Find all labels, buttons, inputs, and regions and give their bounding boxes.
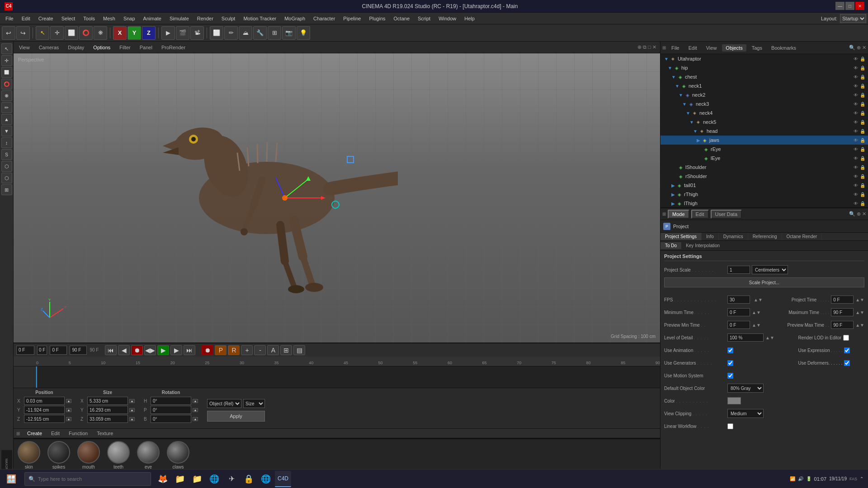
menu-tools[interactable]: Tools <box>80 15 99 22</box>
cube-icon[interactable]: ⬜ <box>210 26 223 40</box>
light-icon[interactable]: 💡 <box>297 26 310 40</box>
mat-tab-texture[interactable]: Texture <box>95 430 115 437</box>
tree-expand-rthigh[interactable]: ▶ <box>671 192 675 197</box>
menu-help[interactable]: Help <box>461 15 478 22</box>
rot-h-input[interactable] <box>151 397 191 405</box>
tool-hex2[interactable]: ⬡ <box>1 173 12 183</box>
vp-tab-prorender[interactable]: ProRender <box>160 44 187 51</box>
menu-edit[interactable]: Edit <box>18 15 34 22</box>
color-swatch[interactable] <box>727 397 741 404</box>
tree-eye-head[interactable]: 👁 <box>854 129 860 134</box>
mode-btn-mode[interactable]: Mode <box>668 210 689 219</box>
mat-tab-create[interactable]: Create <box>25 430 44 437</box>
lod-input[interactable] <box>727 333 764 342</box>
mat-teeth[interactable]: teeth <box>105 441 132 469</box>
tree-expand-lthigh[interactable]: ▶ <box>671 201 675 206</box>
tree-eye-jaws[interactable]: 👁 <box>854 138 860 143</box>
key-remove[interactable]: - <box>254 345 266 355</box>
rot-b-input[interactable] <box>151 415 191 423</box>
props-tab-info[interactable]: Info <box>702 233 719 240</box>
tree-lock-neck4[interactable]: 🔒 <box>860 111 866 116</box>
key-auto[interactable]: A <box>267 345 279 355</box>
tree-eye-lshoulder[interactable]: 👁 <box>854 165 860 170</box>
tree-expand-jaws[interactable]: ▶ <box>697 138 700 143</box>
tree-expand-neck2[interactable]: ▼ <box>679 93 683 98</box>
use-deformers-checkbox[interactable] <box>844 360 850 366</box>
obj-tab-file[interactable]: File <box>668 44 683 52</box>
tree-item-utahraptor[interactable]: ▼ ◈ Utahraptor 👁 🔒 <box>660 54 868 63</box>
camera-icon[interactable]: 📷 <box>282 26 296 40</box>
render-active-view[interactable]: 🎬 <box>176 26 189 40</box>
record-rot[interactable]: R <box>228 345 240 355</box>
menu-pipeline[interactable]: Pipeline <box>340 15 364 22</box>
tree-lock-chest[interactable]: 🔒 <box>860 75 866 80</box>
tree-item-neck3[interactable]: ▼ ◈ neck3 👁 🔒 <box>660 99 868 108</box>
tree-eye-rshoulder[interactable]: 👁 <box>854 174 860 179</box>
tree-item-leye[interactable]: ◈ lEye 👁 🔒 <box>660 154 868 163</box>
project-time-input[interactable] <box>831 296 854 304</box>
tree-eye-leye[interactable]: 👁 <box>854 156 860 161</box>
tree-eye-neck5[interactable]: 👁 <box>854 120 860 125</box>
props-subtab-todo[interactable]: To Do <box>660 242 681 249</box>
tree-lock-neck1[interactable]: 🔒 <box>860 84 866 89</box>
minimize-button[interactable]: — <box>835 2 844 10</box>
tree-item-lthigh[interactable]: ▶ ◈ lThigh 👁 🔒 <box>660 199 868 208</box>
tree-eye-reye[interactable]: 👁 <box>854 147 860 152</box>
fps-input[interactable] <box>727 296 750 304</box>
vp-tab-view[interactable]: View <box>17 44 32 51</box>
tool-grid[interactable]: ⊞ <box>1 184 12 195</box>
size-y-up[interactable]: ▲ <box>129 408 135 412</box>
taskbar-edge[interactable]: 🌐 <box>206 471 222 487</box>
menu-create[interactable]: Create <box>35 15 57 22</box>
key-add[interactable]: + <box>241 345 253 355</box>
size-x-input[interactable] <box>87 397 128 405</box>
tree-eye-rthigh[interactable]: 👁 <box>854 192 860 197</box>
menu-script[interactable]: Script <box>414 15 434 22</box>
max-time-input[interactable] <box>831 308 854 316</box>
make-preview[interactable]: 📽 <box>190 26 204 40</box>
z-axis[interactable]: Z <box>142 26 156 40</box>
tree-eye-tail01[interactable]: 👁 <box>854 183 860 188</box>
tool-select[interactable]: ↖ <box>1 43 12 54</box>
goto-end[interactable]: ⏭ <box>184 345 195 355</box>
pos-x-input[interactable] <box>24 397 65 405</box>
grid-icon[interactable]: ⊞ <box>268 26 281 40</box>
menu-simulate[interactable]: Simulate <box>166 15 193 22</box>
use-motion-system-checkbox[interactable] <box>727 373 733 379</box>
tool-move[interactable]: ✛ <box>1 55 12 66</box>
next-frame[interactable]: ▶ <box>170 345 182 355</box>
current-frame-input[interactable] <box>16 346 34 355</box>
transform-tool[interactable]: ❋ <box>94 26 107 40</box>
project-scale-input[interactable] <box>727 266 750 274</box>
tree-expand-utahraptor[interactable]: ▼ <box>664 56 669 61</box>
use-animation-checkbox[interactable] <box>727 347 733 353</box>
tree-item-jaws[interactable]: ▶ ◈ jaws 👁 🔒 <box>660 136 868 145</box>
use-expression-checkbox[interactable] <box>844 347 850 353</box>
rot-b-up[interactable]: ▲ <box>193 417 198 421</box>
obj-tab-view[interactable]: View <box>703 44 721 52</box>
size-z-input[interactable] <box>87 415 128 423</box>
apply-button[interactable]: Apply <box>207 411 265 422</box>
default-obj-color-select[interactable]: 80% Gray <box>727 384 764 393</box>
obj-tab-bookmarks[interactable]: Bookmarks <box>768 44 800 52</box>
project-scale-unit-select[interactable]: Centimeters Meters Inches <box>752 265 788 274</box>
scale-tool[interactable]: ⬜ <box>65 26 78 40</box>
menu-render[interactable]: Render <box>193 15 217 22</box>
tree-eye-neck3[interactable]: 👁 <box>854 102 860 107</box>
tree-item-neck2[interactable]: ▼ ◈ neck2 👁 🔒 <box>660 90 868 99</box>
rot-h-up[interactable]: ▲ <box>193 399 198 403</box>
end-frame-input[interactable] <box>70 346 87 355</box>
prev-frame[interactable]: ◀ <box>118 345 130 355</box>
tree-lock-lthigh[interactable]: 🔒 <box>860 201 866 206</box>
taskbar-explorer[interactable]: 📁 <box>189 471 205 487</box>
preview-max-input[interactable] <box>831 321 854 329</box>
paint-icon[interactable]: ✏ <box>224 26 238 40</box>
tree-item-reye[interactable]: ◈ rEye 👁 🔒 <box>660 145 868 154</box>
tool-scale[interactable]: ⬜ <box>1 67 12 78</box>
search-bar[interactable]: 🔍 <box>24 472 151 486</box>
tool-pen[interactable]: ✏ <box>1 102 12 113</box>
taskbar-files[interactable]: 📁 <box>172 471 188 487</box>
render-to-viewer[interactable]: ▶ <box>161 26 175 40</box>
props-subtab-key-interpolation[interactable]: Key Interpolation <box>681 242 724 249</box>
vp-tab-filter[interactable]: Filter <box>118 44 132 51</box>
